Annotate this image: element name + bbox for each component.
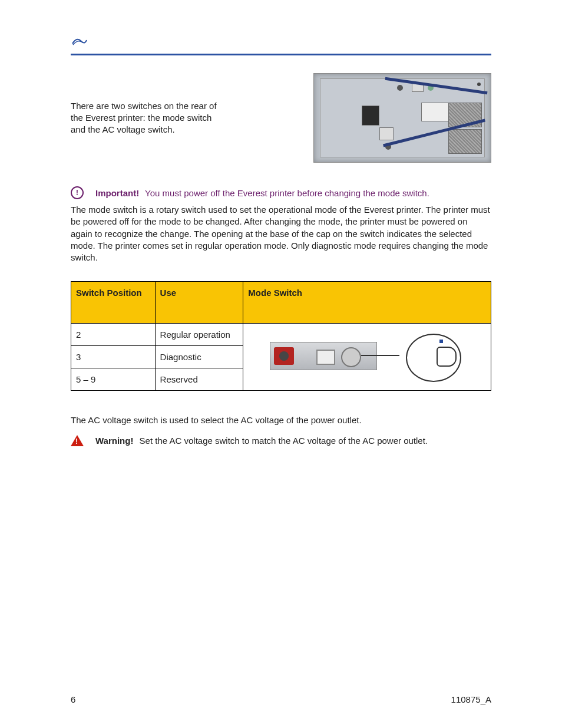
mode-switch-diagram (270, 334, 464, 381)
mode-switch-diagram-cell (243, 324, 491, 391)
mode-switch-description: The mode switch is a rotary switch used … (71, 204, 491, 263)
cell-use: Reserved (155, 368, 243, 391)
important-icon: ! (71, 186, 84, 199)
cell-use: Regular operation (155, 324, 243, 346)
warning-text: Set the AC voltage switch to match the A… (140, 436, 428, 446)
important-label: Important! (95, 188, 139, 198)
ac-voltage-warning: Warning! Set the AC voltage switch to ma… (71, 435, 491, 446)
cell-use: Diagnostic (155, 346, 243, 368)
mode-switch-table: Switch Position Use Mode Switch 2 Regula… (71, 281, 491, 391)
ac-voltage-description: The AC voltage switch is used to select … (71, 414, 491, 426)
table-header-position: Switch Position (71, 282, 156, 324)
intro-paragraph: There are two switches on the rear of th… (71, 100, 218, 136)
document-id: 110875_A (451, 694, 491, 704)
page-number: 6 (71, 694, 75, 704)
cell-pos: 5 – 9 (71, 368, 156, 391)
brand-logo-icon (71, 35, 88, 50)
page-footer: 6 110875_A (71, 694, 491, 704)
table-header-use: Use (155, 282, 243, 324)
cell-pos: 3 (71, 346, 156, 368)
printer-rear-photo (313, 73, 491, 163)
mode-switch-important-note: ! Important! You must power off the Ever… (71, 186, 491, 199)
warning-label: Warning! (95, 436, 133, 446)
cell-pos: 2 (71, 324, 156, 346)
page-header (71, 35, 491, 55)
important-text: You must power off the Everest printer b… (145, 188, 429, 198)
warning-icon (71, 435, 84, 446)
table-row: 2 Regular operation (71, 324, 491, 346)
table-header-image: Mode Switch (243, 282, 491, 324)
